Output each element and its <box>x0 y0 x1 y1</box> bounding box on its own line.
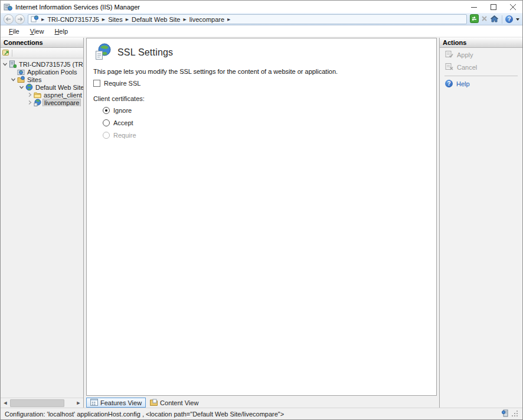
breadcrumb-separator-icon: ▶ <box>126 17 129 21</box>
iis-app-icon <box>4 2 12 11</box>
help-dropdown-caret-icon[interactable] <box>516 18 519 21</box>
chevron-right-icon[interactable] <box>27 92 32 97</box>
breadcrumb-sites[interactable]: Sites <box>108 16 122 23</box>
chevron-right-icon[interactable] <box>27 100 32 105</box>
radio-ignore-label[interactable]: Ignore <box>113 107 132 114</box>
chevron-down-icon[interactable] <box>2 61 8 67</box>
minimize-button[interactable] <box>464 1 483 13</box>
breadcrumb-separator-icon: ▶ <box>102 17 105 21</box>
help-toolbar-icon[interactable]: ? <box>505 15 513 23</box>
tab-content-view-label[interactable]: Content View <box>160 399 198 406</box>
tab-content-view[interactable]: Content View <box>146 398 202 408</box>
tree-label-application-pools: Application Pools <box>26 69 78 76</box>
breadcrumb-livecompare[interactable]: livecompare <box>189 16 224 23</box>
scrollbar-thumb[interactable] <box>10 399 64 407</box>
connections-tree: TRI-CND73157J5 (TRICENTIS\ Application P… <box>1 58 83 398</box>
help-label[interactable]: Help <box>456 80 470 87</box>
scroll-left-icon[interactable]: ◄ <box>1 399 10 408</box>
content-view-icon <box>150 399 158 407</box>
tree-item-livecompare[interactable]: livecompare <box>1 99 83 106</box>
require-ssl-label[interactable]: Require SSL <box>104 80 140 87</box>
view-tabs: Features View Content View <box>86 398 437 408</box>
tab-features-view-label[interactable]: Features View <box>100 399 142 406</box>
tree-label-sites: Sites <box>26 76 43 83</box>
cancel-icon <box>445 63 453 71</box>
forward-button[interactable] <box>15 14 25 24</box>
status-server-icon <box>502 409 509 418</box>
resize-grip[interactable] <box>511 410 518 418</box>
breadcrumb-default-web-site[interactable]: Default Web Site <box>132 16 180 23</box>
actions-panel: Actions Apply Cancel ? Help <box>439 38 522 408</box>
radio-accept[interactable] <box>103 119 110 126</box>
sites-folder-icon <box>17 76 25 83</box>
cancel-label: Cancel <box>457 64 477 71</box>
connections-horizontal-scrollbar: ◄ ► <box>1 398 83 408</box>
status-text: Configuration: 'localhost' applicationHo… <box>5 411 502 418</box>
menu-bar: File View Help <box>1 25 522 37</box>
actions-header: Actions <box>440 38 522 48</box>
page-description: This page lets you modify the SSL settin… <box>93 68 430 75</box>
tree-item-application-pools[interactable]: Application Pools <box>1 68 83 76</box>
tree-label-livecompare: livecompare <box>43 99 81 106</box>
menu-view[interactable]: View <box>26 27 48 36</box>
main-area: Connections TRI-CND73157J5 (TRICENTIS\ A… <box>1 38 522 408</box>
chevron-down-icon[interactable] <box>10 77 16 82</box>
website-globe-icon <box>25 83 33 91</box>
application-globe-icon <box>34 99 41 106</box>
actions-separator <box>444 76 518 76</box>
connections-toolbar <box>1 48 83 58</box>
iis-manager-window: Internet Information Services (IIS) Mana… <box>0 0 523 420</box>
menu-help[interactable]: Help <box>50 27 72 36</box>
radio-row-accept[interactable]: Accept <box>103 119 430 126</box>
breadcrumb[interactable]: ▶ TRI-CND73157J5 ▶ Sites ▶ Default Web S… <box>28 14 467 24</box>
breadcrumb-separator-icon: ▶ <box>41 17 44 21</box>
title-bar: Internet Information Services (IIS) Mana… <box>1 1 522 13</box>
back-button[interactable] <box>4 14 14 24</box>
content-column: SSL Settings This page lets you modify t… <box>86 38 437 408</box>
tree-item-default-web-site[interactable]: Default Web Site <box>1 83 83 91</box>
breadcrumb-server[interactable]: TRI-CND73157J5 <box>47 16 99 23</box>
cancel-button: Cancel <box>440 60 522 73</box>
connections-panel: Connections TRI-CND73157J5 (TRICENTIS\ A… <box>1 38 84 408</box>
breadcrumb-separator-icon: ▶ <box>227 17 230 21</box>
save-connections-icon[interactable] <box>2 48 10 58</box>
address-bar: ▶ TRI-CND73157J5 ▶ Sites ▶ Default Web S… <box>1 13 522 25</box>
ssl-settings-icon <box>94 43 112 62</box>
radio-require <box>103 132 110 139</box>
apply-button: Apply <box>440 48 522 60</box>
feature-page: SSL Settings This page lets you modify t… <box>86 38 437 396</box>
radio-require-label: Require <box>113 132 136 139</box>
breadcrumb-separator-icon: ▶ <box>183 17 186 21</box>
apply-label: Apply <box>457 51 473 58</box>
server-icon <box>9 60 17 68</box>
tree-label-default-web-site: Default Web Site <box>34 84 83 91</box>
scroll-right-icon[interactable]: ► <box>74 399 83 408</box>
tree-item-aspnet-client[interactable]: aspnet_client <box>1 91 83 99</box>
toolbar-separator <box>12 50 12 57</box>
require-ssl-checkbox-row[interactable]: Require SSL <box>93 80 430 87</box>
application-pools-icon <box>17 68 25 76</box>
connections-header: Connections <box>1 38 83 48</box>
tree-label-aspnet-client: aspnet_client <box>43 92 83 99</box>
radio-accept-label[interactable]: Accept <box>113 119 133 126</box>
radio-row-ignore[interactable]: Ignore <box>103 107 430 114</box>
tab-features-view[interactable]: Features View <box>86 398 146 408</box>
help-button[interactable]: ? Help <box>440 77 522 89</box>
client-certificates-label: Client certificates: <box>93 95 430 102</box>
require-ssl-checkbox[interactable] <box>93 80 100 87</box>
menu-file[interactable]: File <box>5 27 24 36</box>
stop-button <box>480 15 488 24</box>
restart-button[interactable] <box>470 14 479 24</box>
home-button[interactable] <box>490 15 499 24</box>
close-button[interactable] <box>503 1 522 13</box>
chevron-down-icon[interactable] <box>18 84 24 90</box>
tree-item-sites[interactable]: Sites <box>1 76 83 83</box>
maximize-button[interactable] <box>483 1 503 13</box>
radio-row-require: Require <box>103 132 430 139</box>
apply-icon <box>445 50 453 59</box>
help-icon: ? <box>445 80 453 87</box>
folder-icon <box>34 91 41 99</box>
site-page-icon <box>31 15 38 24</box>
tree-item-server[interactable]: TRI-CND73157J5 (TRICENTIS\ <box>1 60 83 68</box>
radio-ignore[interactable] <box>103 107 110 114</box>
